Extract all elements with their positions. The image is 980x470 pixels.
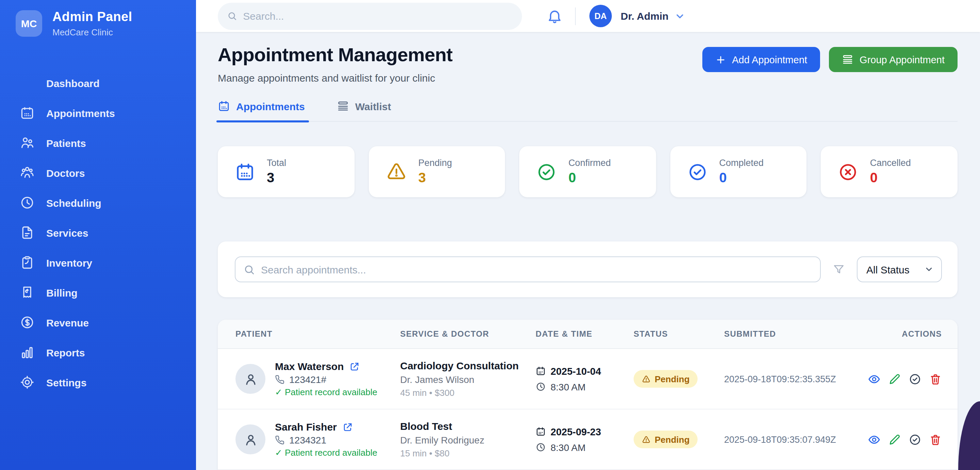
sidebar-item-label: Revenue: [46, 317, 89, 328]
phone-icon: [275, 435, 285, 445]
table-header-row: Patient Service & Doctor Date & Time Sta…: [218, 320, 958, 349]
confirm-check-icon[interactable]: [908, 433, 921, 446]
filter-bar: All Status: [218, 241, 958, 297]
submitted-timestamp: 2025-09-18T09:35:07.949Z: [724, 434, 840, 445]
check-circle-icon: [536, 162, 557, 182]
calendar-icon: [536, 427, 546, 437]
bar-chart-icon: [20, 345, 35, 360]
calendar-icon: [218, 100, 230, 112]
appointment-date: 2025-10-04: [550, 365, 601, 376]
tab-appointments-label: Appointments: [236, 100, 305, 112]
add-appointment-label: Add Appointment: [732, 54, 807, 65]
appointments-search-input[interactable]: [261, 264, 812, 275]
sidebar: MC Admin Panel MedCare Clinic Dashboard …: [0, 0, 196, 470]
confirm-check-icon[interactable]: [908, 372, 921, 385]
status-badge-label: Pending: [655, 374, 690, 384]
view-eye-icon[interactable]: [868, 433, 881, 446]
sidebar-item-label: Dashboard: [46, 77, 100, 89]
sidebar-item-revenue[interactable]: Revenue: [0, 307, 196, 337]
col-submitted: Submitted: [724, 329, 840, 339]
stat-value: 0: [719, 170, 764, 186]
sidebar-item-inventory[interactable]: Inventory: [0, 248, 196, 278]
appointment-time: 8:30 AM: [550, 381, 585, 392]
sidebar-item-settings[interactable]: Settings: [0, 367, 196, 397]
col-date-time: Date & Time: [536, 329, 633, 339]
document-icon: [20, 225, 35, 240]
global-search: [218, 2, 522, 30]
sidebar-item-label: Patients: [46, 137, 86, 149]
patients-icon: [20, 135, 35, 150]
service-meta: 45 min • $300: [400, 388, 536, 398]
receipt-icon: [20, 285, 35, 300]
external-link-icon[interactable]: [349, 361, 360, 372]
service-name: Cardiology Consultation: [400, 360, 536, 372]
stat-label: Total: [267, 158, 286, 168]
stat-card-confirmed: Confirmed 0: [519, 146, 656, 197]
service-meta: 15 min • $80: [400, 448, 536, 459]
gear-icon: [20, 375, 35, 390]
person-icon: [243, 371, 258, 387]
phone-icon: [275, 375, 285, 384]
sidebar-item-patients[interactable]: Patients: [0, 128, 196, 158]
chevron-down-icon: [924, 265, 934, 274]
search-icon: [243, 264, 255, 275]
tab-bar: Appointments Waitlist: [218, 100, 958, 122]
sidebar-nav: Dashboard Appointments Patients Doctors: [0, 68, 196, 397]
chevron-down-icon[interactable]: [675, 11, 686, 21]
group-appointment-button[interactable]: Group Appointment: [829, 47, 958, 72]
appointments-table: Patient Service & Doctor Date & Time Sta…: [218, 320, 958, 470]
sidebar-item-label: Billing: [46, 287, 78, 298]
sidebar-item-billing[interactable]: Billing: [0, 278, 196, 307]
patient-avatar: [235, 424, 266, 454]
user-name[interactable]: Dr. Admin: [620, 10, 669, 22]
patient-phone: 1234321: [289, 435, 326, 446]
delete-trash-icon[interactable]: [929, 433, 942, 446]
person-icon: [243, 432, 258, 447]
sidebar-item-appointments[interactable]: Appointments: [0, 98, 196, 128]
clock-icon: [536, 381, 546, 392]
add-appointment-button[interactable]: Add Appointment: [702, 47, 820, 72]
status-filter-select[interactable]: All Status: [857, 256, 942, 282]
stat-card-total: Total 3: [218, 146, 354, 197]
view-eye-icon[interactable]: [868, 372, 881, 385]
stat-cards: Total 3 Pending 3 Confirmed 0: [218, 146, 958, 197]
status-badge: Pending: [633, 430, 698, 448]
filter-funnel-icon: [832, 263, 845, 276]
edit-pencil-icon[interactable]: [888, 433, 901, 446]
global-search-input[interactable]: [243, 10, 512, 22]
sidebar-item-label: Doctors: [46, 167, 85, 179]
stat-label: Confirmed: [568, 158, 611, 168]
page-subtitle: Manage appointments and waitlist for you…: [218, 72, 958, 84]
sidebar-item-label: Services: [46, 227, 88, 238]
patient-record-note: ✓ Patient record available: [275, 387, 377, 397]
col-status: Status: [633, 329, 724, 339]
appointment-date: 2025-09-23: [550, 426, 601, 437]
sidebar-item-services[interactable]: Services: [0, 218, 196, 248]
stat-label: Completed: [719, 158, 764, 168]
stat-card-pending: Pending 3: [369, 146, 505, 197]
calendar-icon: [536, 366, 546, 376]
sidebar-item-label: Appointments: [46, 107, 115, 119]
delete-trash-icon[interactable]: [929, 372, 942, 385]
status-filter-value: All Status: [866, 264, 910, 275]
sidebar-item-dashboard[interactable]: Dashboard: [0, 68, 196, 98]
tab-appointments[interactable]: Appointments: [218, 100, 305, 121]
content: Appointment Management Manage appointmen…: [196, 32, 980, 470]
edit-pencil-icon[interactable]: [888, 372, 901, 385]
sidebar-item-reports[interactable]: Reports: [0, 337, 196, 367]
stat-value: 3: [267, 170, 286, 186]
external-link-icon[interactable]: [342, 421, 353, 432]
user-avatar[interactable]: DA: [589, 5, 612, 27]
stat-card-cancelled: Cancelled 0: [821, 146, 958, 197]
sidebar-item-doctors[interactable]: Doctors: [0, 158, 196, 188]
queue-icon: [842, 54, 853, 65]
page-head: Appointment Management Manage appointmen…: [218, 44, 958, 84]
warning-triangle-icon: [642, 375, 651, 383]
sidebar-item-label: Reports: [46, 346, 85, 358]
sidebar-item-scheduling[interactable]: Scheduling: [0, 188, 196, 218]
warning-triangle-icon: [385, 161, 407, 182]
tab-waitlist[interactable]: Waitlist: [337, 100, 391, 121]
bell-icon[interactable]: [546, 8, 563, 24]
topbar-divider: [575, 7, 576, 25]
stat-value: 3: [418, 170, 452, 186]
